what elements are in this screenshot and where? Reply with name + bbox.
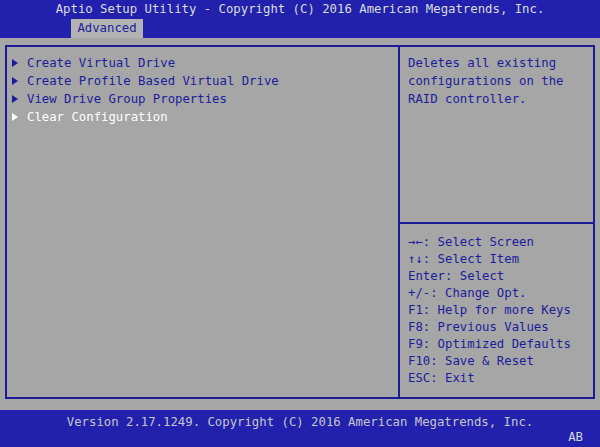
hint-select-screen: →←: Select Screen xyxy=(408,234,591,251)
version-text: Version 2.17.1249. Copyright (C) 2016 Am… xyxy=(0,413,600,431)
hint-f8-previous-values: F8: Previous Values xyxy=(408,319,591,336)
main-panel: Create Virtual Drive Create Profile Base… xyxy=(5,45,595,399)
help-panel: Deletes all existing configurations on t… xyxy=(400,47,593,397)
menu-item-create-profile-based-virtual-drive[interactable]: Create Profile Based Virtual Drive xyxy=(7,72,398,90)
submenu-arrow-icon xyxy=(12,77,18,85)
help-line: RAID controller. xyxy=(408,90,589,108)
menu-item-label: Create Profile Based Virtual Drive xyxy=(27,72,279,90)
hint-select-item: ↑↓: Select Item xyxy=(408,251,591,268)
hint-f9-optimized-defaults: F9: Optimized Defaults xyxy=(408,336,591,353)
key-hints: →←: Select Screen ↑↓: Select Item Enter:… xyxy=(408,234,591,387)
menu-item-label: Clear Configuration xyxy=(27,108,168,126)
app-title: Aptio Setup Utility - Copyright (C) 2016… xyxy=(0,0,600,19)
menu-item-create-virtual-drive[interactable]: Create Virtual Drive xyxy=(7,54,398,72)
help-line: Deletes all existing xyxy=(408,54,589,72)
menu-item-label: Create Virtual Drive xyxy=(27,54,175,72)
help-text: Deletes all existing configurations on t… xyxy=(400,47,593,108)
hint-esc-exit: ESC: Exit xyxy=(408,370,591,387)
menu-item-view-drive-group-properties[interactable]: View Drive Group Properties xyxy=(7,90,398,108)
hint-f1-help: F1: Help for more Keys xyxy=(408,302,591,319)
hint-f10-save-reset: F10: Save & Reset xyxy=(408,353,591,370)
submenu-arrow-icon xyxy=(12,95,18,103)
hint-enter-select: Enter: Select xyxy=(408,268,591,285)
menu-item-clear-configuration[interactable]: Clear Configuration xyxy=(7,108,398,126)
title-bar: Aptio Setup Utility - Copyright (C) 2016… xyxy=(0,0,600,38)
tab-row: Advanced xyxy=(0,19,600,38)
status-bar: Version 2.17.1249. Copyright (C) 2016 Am… xyxy=(0,410,600,447)
help-hints-divider xyxy=(400,222,593,224)
corner-label: AB xyxy=(568,430,583,444)
bios-setup-screen: Aptio Setup Utility - Copyright (C) 2016… xyxy=(0,0,600,447)
submenu-arrow-icon xyxy=(12,59,18,67)
hint-change-opt: +/-: Change Opt. xyxy=(408,285,591,302)
tab-advanced[interactable]: Advanced xyxy=(71,19,143,38)
menu-item-label: View Drive Group Properties xyxy=(27,90,227,108)
submenu-arrow-icon xyxy=(12,113,18,121)
help-line: configurations on the xyxy=(408,72,589,90)
menu-panel: Create Virtual Drive Create Profile Base… xyxy=(7,47,398,397)
